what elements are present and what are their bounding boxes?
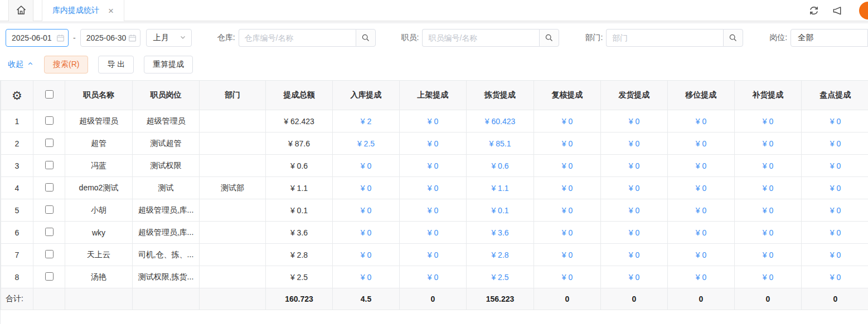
row-checkbox[interactable]	[45, 205, 54, 214]
column-header-review-commission[interactable]: 复核提成	[534, 81, 601, 110]
export-button[interactable]: 导 出	[98, 56, 134, 73]
stocktaking-commission-link[interactable]: ¥ 0	[802, 199, 868, 222]
review-commission-link[interactable]: ¥ 0	[534, 110, 601, 132]
column-header-department[interactable]: 部门	[200, 81, 266, 110]
row-checkbox[interactable]	[45, 250, 54, 258]
stocktaking-commission-link[interactable]: ¥ 0	[802, 244, 868, 266]
shelving-commission-link[interactable]: ¥ 0	[400, 132, 467, 155]
column-header-shelving-commission[interactable]: 上架提成	[400, 81, 467, 110]
refresh-icon[interactable]	[808, 5, 819, 16]
replenishment-commission-link[interactable]: ¥ 0	[735, 177, 802, 199]
warehouse-input[interactable]	[239, 29, 356, 47]
date-to-field[interactable]	[80, 29, 140, 47]
shelving-commission-link[interactable]: ¥ 0	[400, 222, 467, 244]
picking-commission-link[interactable]: ¥ 2.8	[467, 244, 534, 266]
picking-commission-link[interactable]: ¥ 0.6	[467, 155, 534, 177]
home-tab[interactable]	[8, 0, 33, 21]
replenishment-commission-link[interactable]: ¥ 0	[735, 132, 802, 155]
picking-commission-link[interactable]: ¥ 85.1	[467, 132, 534, 155]
stocktaking-commission-link[interactable]: ¥ 0	[802, 132, 868, 155]
column-header-total-commission[interactable]: 提成总额	[266, 81, 333, 110]
replenishment-commission-link[interactable]: ¥ 0	[735, 244, 802, 266]
replenishment-commission-link[interactable]: ¥ 0	[735, 155, 802, 177]
position-select[interactable]: 全部	[791, 29, 868, 47]
staff-search-button[interactable]	[539, 29, 559, 47]
row-checkbox[interactable]	[45, 272, 54, 281]
review-commission-link[interactable]: ¥ 0	[534, 132, 601, 155]
inbound-commission-link[interactable]: ¥ 0	[333, 177, 400, 199]
picking-commission-link[interactable]: ¥ 3.6	[467, 222, 534, 244]
tab-commission-stats[interactable]: 库内提成统计 ×	[42, 0, 124, 21]
inbound-commission-link[interactable]: ¥ 0	[333, 155, 400, 177]
row-checkbox[interactable]	[45, 116, 54, 125]
stocktaking-commission-link[interactable]: ¥ 0	[802, 222, 868, 244]
review-commission-link[interactable]: ¥ 0	[534, 199, 601, 222]
row-checkbox[interactable]	[45, 183, 54, 192]
relocation-commission-link[interactable]: ¥ 0	[668, 199, 735, 222]
collapse-link[interactable]: 收起	[8, 60, 34, 70]
relocation-commission-link[interactable]: ¥ 0	[668, 132, 735, 155]
shipping-commission-link[interactable]: ¥ 0	[601, 244, 668, 266]
search-button[interactable]: 搜索(R)	[44, 56, 88, 73]
picking-commission-link[interactable]: ¥ 0.1	[467, 199, 534, 222]
recalc-commission-button[interactable]: 重算提成	[144, 56, 193, 73]
department-search-button[interactable]	[723, 29, 743, 47]
stocktaking-commission-link[interactable]: ¥ 0	[802, 110, 868, 132]
shelving-commission-link[interactable]: ¥ 0	[400, 266, 467, 288]
stocktaking-commission-link[interactable]: ¥ 0	[802, 266, 868, 288]
review-commission-link[interactable]: ¥ 0	[534, 155, 601, 177]
shipping-commission-link[interactable]: ¥ 0	[601, 199, 668, 222]
review-commission-link[interactable]: ¥ 0	[534, 222, 601, 244]
user-avatar[interactable]	[859, 2, 868, 19]
column-header-shipping-commission[interactable]: 发货提成	[601, 81, 668, 110]
replenishment-commission-link[interactable]: ¥ 0	[735, 110, 802, 132]
staff-input[interactable]	[422, 29, 539, 47]
replenishment-commission-link[interactable]: ¥ 0	[735, 266, 802, 288]
inbound-commission-link[interactable]: ¥ 0	[333, 199, 400, 222]
inbound-commission-link[interactable]: ¥ 0	[333, 266, 400, 288]
shipping-commission-link[interactable]: ¥ 0	[601, 177, 668, 199]
column-header-picking-commission[interactable]: 拣货提成	[467, 81, 534, 110]
column-header-relocation-commission[interactable]: 移位提成	[668, 81, 735, 110]
date-from-input[interactable]	[6, 33, 53, 42]
relocation-commission-link[interactable]: ¥ 0	[668, 222, 735, 244]
review-commission-link[interactable]: ¥ 0	[534, 244, 601, 266]
inbound-commission-link[interactable]: ¥ 2.5	[333, 132, 400, 155]
inbound-commission-link[interactable]: ¥ 2	[333, 110, 400, 132]
warehouse-search-button[interactable]	[356, 29, 376, 47]
picking-commission-link[interactable]: ¥ 1.1	[467, 177, 534, 199]
inbound-commission-link[interactable]: ¥ 0	[333, 222, 400, 244]
shelving-commission-link[interactable]: ¥ 0	[400, 110, 467, 132]
picking-commission-link[interactable]: ¥ 2.5	[467, 266, 534, 288]
shelving-commission-link[interactable]: ¥ 0	[400, 155, 467, 177]
stocktaking-commission-link[interactable]: ¥ 0	[802, 177, 868, 199]
period-select[interactable]: 上月	[146, 29, 192, 47]
replenishment-commission-link[interactable]: ¥ 0	[735, 199, 802, 222]
calendar-icon[interactable]	[56, 34, 65, 44]
inbound-commission-link[interactable]: ¥ 0	[333, 244, 400, 266]
row-checkbox[interactable]	[45, 139, 54, 147]
announcement-icon[interactable]	[832, 6, 843, 16]
shipping-commission-link[interactable]: ¥ 0	[601, 222, 668, 244]
stocktaking-commission-link[interactable]: ¥ 0	[802, 155, 868, 177]
relocation-commission-link[interactable]: ¥ 0	[668, 244, 735, 266]
calendar-icon[interactable]	[128, 34, 137, 44]
picking-commission-link[interactable]: ¥ 60.423	[467, 110, 534, 132]
shelving-commission-link[interactable]: ¥ 0	[400, 199, 467, 222]
review-commission-link[interactable]: ¥ 0	[534, 266, 601, 288]
shelving-commission-link[interactable]: ¥ 0	[400, 177, 467, 199]
relocation-commission-link[interactable]: ¥ 0	[668, 266, 735, 288]
column-header-stocktaking-commission[interactable]: 盘点提成	[802, 81, 868, 110]
column-header-employee-name[interactable]: 职员名称	[65, 81, 133, 110]
gear-icon[interactable]: ⚙	[12, 89, 22, 102]
column-header-inbound-commission[interactable]: 入库提成	[333, 81, 400, 110]
review-commission-link[interactable]: ¥ 0	[534, 177, 601, 199]
column-header-replenishment-commission[interactable]: 补货提成	[735, 81, 802, 110]
tab-close-icon[interactable]: ×	[108, 6, 114, 16]
shelving-commission-link[interactable]: ¥ 0	[400, 244, 467, 266]
date-from-field[interactable]	[6, 29, 69, 47]
row-checkbox[interactable]	[45, 161, 54, 169]
replenishment-commission-link[interactable]: ¥ 0	[735, 222, 802, 244]
relocation-commission-link[interactable]: ¥ 0	[668, 177, 735, 199]
shipping-commission-link[interactable]: ¥ 0	[601, 155, 668, 177]
